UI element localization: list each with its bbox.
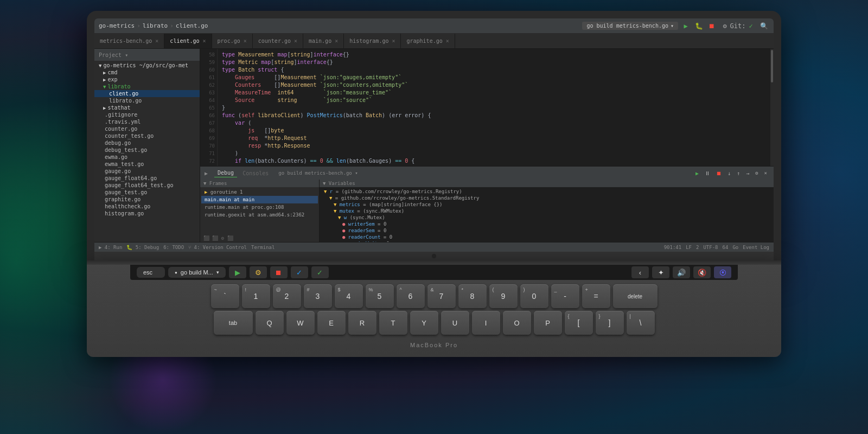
key-3[interactable]: #3 — [304, 284, 332, 308]
tree-item-graphitego[interactable]: graphite.go — [94, 196, 200, 203]
tree-item-libratogo[interactable]: librato.go — [94, 97, 200, 104]
frame-goroutine1[interactable]: ▶ goroutine 1 — [201, 188, 318, 196]
step-out-btn[interactable]: → — [744, 170, 751, 177]
key-i[interactable]: I — [472, 311, 500, 335]
key-bracket-right[interactable]: }] — [596, 311, 624, 335]
breadcrumb-go-metrics: go-metrics — [99, 22, 135, 29]
tab-main[interactable]: main.go × — [303, 34, 344, 48]
key-4[interactable]: $4 — [335, 284, 363, 308]
tree-item-histogramgo[interactable]: histogram.go — [94, 210, 200, 217]
touchbar-debug[interactable]: ⚙ — [250, 266, 267, 278]
tree-item-stathat[interactable]: ▶stathat — [94, 104, 200, 111]
key-e[interactable]: E — [317, 311, 346, 335]
key-1[interactable]: !1 — [242, 284, 270, 308]
key-5[interactable]: %5 — [366, 284, 394, 308]
debug-close[interactable]: × — [762, 170, 769, 177]
touchbar-back[interactable]: ‹ — [631, 266, 649, 278]
status-terminal[interactable]: Terminal — [251, 245, 275, 250]
touchbar-brightness[interactable]: ✦ — [652, 266, 669, 278]
key-7[interactable]: &7 — [427, 284, 456, 308]
key-p[interactable]: P — [534, 311, 562, 335]
tree-item-gauge64-test[interactable]: gauge_float64_test.go — [94, 182, 200, 189]
tree-item-healthcheck[interactable]: healthcheck.go — [94, 203, 200, 210]
key-6[interactable]: ^6 — [397, 284, 425, 308]
settings-button[interactable]: ⚙ — [719, 21, 730, 31]
touchbar-esc[interactable]: esc — [137, 267, 165, 278]
key-r[interactable]: R — [348, 311, 376, 335]
key-tab[interactable]: tab — [214, 311, 253, 335]
tree-item-ewmago[interactable]: ewma.go — [94, 154, 200, 161]
key-t[interactable]: T — [379, 311, 407, 335]
tab-graphite[interactable]: graphite.go × — [401, 34, 455, 48]
frame-runtime-main[interactable]: runtime.main at proc.go:108 — [201, 203, 318, 211]
console-tab[interactable]: Consoles — [239, 169, 272, 177]
tree-item-ewma-test[interactable]: ewma_test.go — [94, 161, 200, 168]
tree-item-root[interactable]: ▼go-metrics ~/go/src/go-met — [94, 62, 200, 69]
tab-client[interactable]: client.go × — [164, 34, 212, 48]
status-run[interactable]: ▶ 4: Run — [99, 245, 122, 250]
status-vcs[interactable]: ⑂ 4: Version Control — [188, 245, 247, 250]
touchbar-play[interactable]: ▶ — [229, 266, 246, 278]
tree-item-clientgo[interactable]: client.go — [94, 90, 200, 97]
tab-counter[interactable]: counter.go × — [253, 34, 303, 48]
key-2[interactable]: @2 — [273, 284, 301, 308]
tree-item-debug-test[interactable]: debug_test.go — [94, 146, 200, 154]
step-over-btn[interactable]: ↓ — [725, 170, 733, 177]
status-debug[interactable]: 🐛 5: Debug — [126, 245, 159, 250]
key-backslash[interactable]: |\ — [627, 311, 655, 335]
touchbar-volume-up[interactable]: 🔊 — [673, 266, 690, 278]
git-button[interactable]: Git: — [732, 21, 743, 31]
key-8[interactable]: *8 — [458, 284, 487, 308]
tree-item-countergo[interactable]: counter.go — [94, 125, 200, 132]
tab-metrics-bench[interactable]: metrics-bench.go × — [94, 34, 164, 48]
tree-item-counter-test[interactable]: counter_test.go — [94, 132, 200, 139]
tree-item-cmd[interactable]: ▶cmd — [94, 69, 200, 76]
debug-pause-btn[interactable]: ⏸ — [703, 170, 712, 177]
key-u[interactable]: U — [441, 311, 469, 335]
search-button[interactable]: 🔍 — [758, 21, 769, 31]
check-button[interactable]: ✓ — [745, 21, 756, 31]
touchbar-stop[interactable]: ⏹ — [270, 266, 288, 278]
tree-item-gauge-test[interactable]: gauge_test.go — [94, 189, 200, 196]
key-9[interactable]: (9 — [489, 284, 518, 308]
key-bracket-left[interactable]: {[ — [565, 311, 593, 335]
tree-item-gitignore[interactable]: .gitignore — [94, 111, 200, 118]
tree-item-librato[interactable]: ▼librato — [94, 83, 200, 90]
debug-run-btn[interactable]: ▶ — [693, 170, 701, 177]
touchbar-mute[interactable]: 🔇 — [693, 266, 711, 278]
touchbar-check-blue[interactable]: ✓ — [291, 266, 308, 278]
step-into-btn[interactable]: ↑ — [735, 170, 742, 177]
tree-item-debuggo[interactable]: debug.go — [94, 139, 200, 146]
key-equals[interactable]: += — [582, 284, 610, 308]
run-config[interactable]: go build metrics-bench.go ▾ — [582, 22, 678, 30]
tree-item-gauge64[interactable]: gauge_float64.go — [94, 175, 200, 182]
touchbar-check-green[interactable]: ✓ — [311, 266, 329, 278]
debug-settings[interactable]: ⚙ — [753, 170, 760, 177]
key-delete[interactable]: delete — [613, 284, 658, 308]
frame-main[interactable]: main.main at main — [201, 196, 318, 203]
tree-item-exp[interactable]: ▶exp — [94, 76, 200, 83]
run-button[interactable]: ▶ — [680, 21, 691, 31]
status-todo[interactable]: 6: TODO — [163, 245, 184, 250]
debug-tab[interactable]: Debug — [214, 169, 237, 177]
touchbar-run-config[interactable]: ● go build M... ▾ — [168, 267, 226, 278]
code-editor[interactable]: type Measurement map[string]interface{} … — [218, 49, 770, 166]
debug-button[interactable]: 🐛 — [693, 21, 704, 31]
key-0[interactable]: )0 — [520, 284, 548, 308]
key-y[interactable]: Y — [410, 311, 438, 335]
key-w[interactable]: W — [286, 311, 315, 335]
key-q[interactable]: Q — [256, 311, 284, 335]
tab-proc[interactable]: proc.go × — [212, 34, 253, 48]
scrollbar[interactable] — [770, 49, 774, 166]
key-tilde[interactable]: ~` — [211, 284, 239, 308]
tree-item-gaugego[interactable]: gauge.go — [94, 168, 200, 175]
touchbar-siri[interactable]: ⦿ — [714, 266, 731, 278]
tab-histogram[interactable]: histogram.go × — [344, 34, 401, 48]
key-minus[interactable]: _- — [551, 284, 579, 308]
status-event-log[interactable]: Event Log — [743, 245, 769, 250]
debug-stop-btn[interactable]: ⏹ — [714, 170, 724, 177]
frame-runtime-goexit[interactable]: runtime.goexit at asm.amd64.s:2362 — [201, 211, 318, 219]
stop-button[interactable]: ⏹ — [706, 21, 717, 31]
key-o[interactable]: O — [503, 311, 531, 335]
tree-item-travis[interactable]: .travis.yml — [94, 118, 200, 125]
